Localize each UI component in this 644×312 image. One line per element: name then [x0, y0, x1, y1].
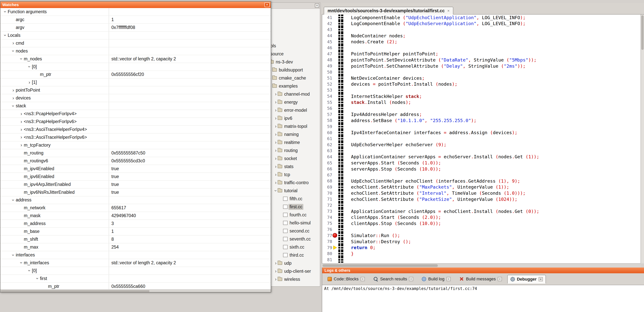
code-line[interactable]: 52devices = pointToPoint.Install (nodes)…	[322, 81, 640, 87]
code-line[interactable]: 42LogComponentEnable ("UdpEchoServerAppl…	[322, 21, 640, 27]
line-number[interactable]: 74	[322, 215, 334, 220]
line-number[interactable]: 75	[322, 221, 334, 226]
tree-item-ols[interactable]: ols	[269, 42, 320, 50]
collapse-arrow-icon[interactable]: ›	[35, 276, 40, 281]
code-line[interactable]: 45nodes.Create (2);	[322, 39, 640, 45]
line-marker-gutter[interactable]	[334, 81, 338, 87]
code-line[interactable]: 44NodeContainer nodes;	[322, 33, 640, 39]
code-line[interactable]: 73ApplicationContainer clientApps = echo…	[322, 208, 640, 214]
line-number[interactable]: 41	[322, 15, 334, 20]
watch-row[interactable]: ›m_shift8	[0, 236, 271, 243]
line-number[interactable]: 64	[322, 155, 334, 159]
watch-row[interactable]: ›Function arguments	[0, 8, 271, 16]
tree-item-fourth-cc[interactable]: fourth.cc	[283, 211, 320, 219]
line-number[interactable]: 52	[322, 82, 334, 87]
tab-close-icon[interactable]: ×	[448, 9, 450, 13]
line-marker-gutter[interactable]	[334, 166, 338, 172]
editor-hscrollbar[interactable]	[322, 263, 640, 268]
line-number[interactable]: 44	[322, 33, 334, 38]
line-marker-gutter[interactable]	[334, 118, 338, 124]
expand-arrow-icon[interactable]: ›	[27, 80, 32, 85]
tab-close-icon[interactable]: ×	[360, 277, 365, 281]
code-line[interactable]: 46	[322, 45, 640, 51]
log-tab-build-messages[interactable]: Build messages×	[456, 275, 505, 284]
code-line[interactable]: 76	[322, 227, 640, 233]
code-line[interactable]: 71echoClient.SetAttribute ("PacketSize",…	[322, 196, 640, 202]
expand-arrow-icon[interactable]: ›	[11, 41, 16, 45]
watch-row[interactable]: ›m_base1	[0, 228, 271, 236]
line-marker-gutter[interactable]	[334, 232, 338, 239]
watch-row[interactable]: ›<ns3::PcapHelperForIpv6>	[0, 118, 271, 126]
expand-arrow-icon[interactable]: ›	[274, 277, 278, 281]
tree-item-hello-simul[interactable]: hello-simul	[283, 219, 320, 227]
tab-close-icon[interactable]: ×	[446, 277, 451, 281]
line-number[interactable]: 71	[322, 197, 334, 202]
line-marker-gutter[interactable]	[334, 27, 338, 33]
code-line[interactable]: 41LogComponentEnable ("UdpEchoClientAppl…	[322, 14, 640, 21]
expand-arrow-icon[interactable]: ›	[19, 120, 24, 124]
code-line[interactable]: 66serverApps.Stop (Seconds (10.0));	[322, 166, 640, 172]
collapse-arrow-icon[interactable]: ›	[19, 260, 24, 265]
line-number[interactable]: 59	[322, 124, 334, 129]
watch-row[interactable]: ›m_interfacesstd::vector of length 2, ca…	[0, 259, 271, 267]
watch-row[interactable]: ›pointToPoint	[0, 86, 271, 94]
expand-arrow-icon[interactable]: ›	[274, 100, 278, 104]
code-line[interactable]: 57Ipv4AddressHelper address;	[322, 112, 640, 118]
line-number[interactable]: 66	[322, 166, 334, 171]
tree-item-channel-mod[interactable]: ›channel-mod	[274, 90, 320, 98]
watch-row[interactable]: ›devices	[0, 94, 271, 102]
collapse-arrow-icon[interactable]: ›	[19, 56, 24, 61]
line-number[interactable]: 78	[322, 239, 334, 244]
code-line[interactable]: 80}	[322, 251, 640, 257]
tree-item-fifth-cc[interactable]: fifth.cc	[283, 195, 320, 203]
line-marker-gutter[interactable]	[334, 245, 338, 251]
editor-tab-first-cc[interactable]: mnt/dev/tools/source/ns-3-dev/examples/t…	[324, 7, 453, 14]
line-marker-gutter[interactable]	[334, 51, 338, 57]
line-marker-gutter[interactable]	[334, 154, 338, 160]
line-marker-gutter[interactable]	[334, 172, 338, 178]
line-number[interactable]: 77	[322, 233, 334, 238]
watch-row[interactable]: ›m_mask4294967040	[0, 212, 271, 220]
code-line[interactable]: 47PointToPointHelper pointToPoint;	[322, 51, 640, 57]
watch-row[interactable]: ›m_ipv4ArpJitterEnabledtrue	[0, 181, 271, 189]
expand-arrow-icon[interactable]: ›	[19, 143, 24, 147]
line-marker-gutter[interactable]	[334, 148, 338, 154]
line-number[interactable]: 70	[322, 191, 334, 196]
watch-row[interactable]: ›[0]	[0, 267, 271, 275]
watch-row[interactable]: ›m_address3	[0, 220, 271, 228]
code-line[interactable]: 75clientApps.Stop (Seconds (10.0));	[322, 220, 640, 227]
line-marker-gutter[interactable]	[334, 202, 338, 208]
code-line[interactable]: 56	[322, 105, 640, 112]
line-marker-gutter[interactable]	[334, 257, 338, 263]
watch-row[interactable]: ›m_routing0x555555587c50	[0, 149, 271, 157]
line-marker-gutter[interactable]	[334, 196, 338, 202]
tree-item-source[interactable]: source	[269, 50, 320, 58]
expand-arrow-icon[interactable]: ›	[274, 165, 278, 168]
line-number[interactable]: 79	[322, 245, 334, 250]
tree-item-naming[interactable]: ›naming	[274, 130, 320, 138]
tree-item-cmake-cache[interactable]: ›cmake_cache	[268, 74, 320, 82]
code-line[interactable]: 50	[322, 69, 640, 75]
code-line[interactable]: 68UdpEchoClientHelper echoClient (interf…	[322, 178, 640, 184]
watch-row[interactable]: ›m_ipv6Enabledtrue	[0, 173, 271, 181]
line-number[interactable]: 57	[322, 112, 334, 117]
line-marker-gutter[interactable]	[334, 208, 338, 214]
code-line[interactable]: 49pointToPoint.SetChannelAttribute ("Del…	[322, 63, 640, 69]
code-line[interactable]: 62UdpEchoServerHelper echoServer (9);	[322, 142, 640, 148]
collapse-arrow-icon[interactable]: ›	[27, 268, 32, 273]
line-number[interactable]: 47	[322, 52, 334, 56]
log-tab-search-results[interactable]: Search results×	[370, 275, 416, 284]
line-marker-gutter[interactable]	[334, 69, 338, 75]
expand-arrow-icon[interactable]: ›	[274, 141, 278, 144]
line-number[interactable]: 65	[322, 160, 334, 165]
code-line[interactable]: 64ApplicationContainer serverApps = echo…	[322, 154, 640, 160]
line-marker-gutter[interactable]	[334, 93, 338, 99]
expand-arrow-icon[interactable]: ›	[274, 156, 278, 160]
code-line[interactable]: 69echoClient.SetAttribute ("MaxPackets",…	[322, 184, 640, 190]
tree-item-buildsupport[interactable]: ›buildsupport	[268, 66, 320, 74]
line-marker-gutter[interactable]	[334, 124, 338, 130]
watch-row[interactable]: ›first	[0, 275, 271, 283]
line-number[interactable]: 42	[322, 21, 334, 26]
tree-item-sixth-cc[interactable]: sixth.cc	[283, 243, 320, 251]
tree-item-realtime[interactable]: ›realtime	[274, 138, 320, 147]
